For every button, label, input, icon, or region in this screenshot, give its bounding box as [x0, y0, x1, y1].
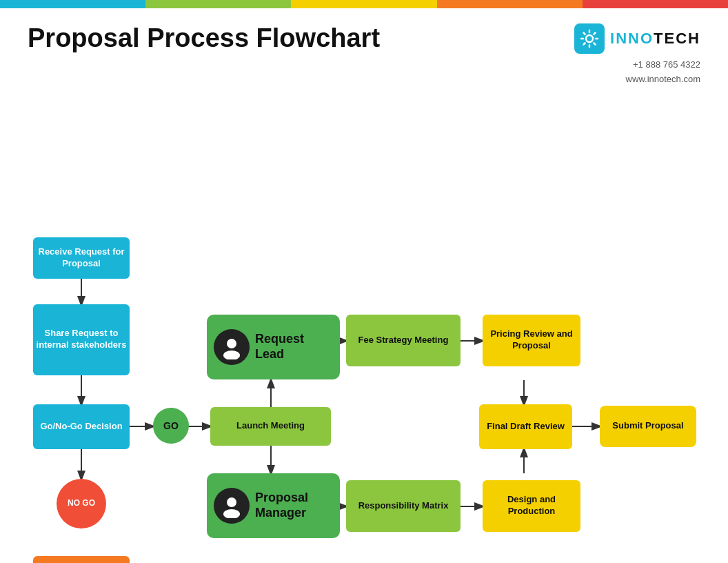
request-lead-box: Request Lead	[207, 315, 340, 379]
final-draft-box: Final Draft Review	[479, 404, 572, 449]
bar-yellow	[291, 0, 436, 8]
page-title: Proposal Process Flowchart	[28, 23, 380, 53]
bar-orange	[437, 0, 583, 8]
pricing-review-box: Pricing Review and Proposal	[483, 315, 580, 366]
top-bar	[0, 0, 728, 8]
client-informed-box: Client informed of decision to leave req…	[33, 556, 130, 563]
svg-point-20	[223, 509, 240, 518]
logo-icon	[574, 23, 605, 54]
request-lead-icon	[214, 329, 250, 365]
logo-area: INNOTECH +1 888 765 4322 www.innotech.co…	[574, 23, 700, 87]
fee-strategy-box: Fee Strategy Meeting	[346, 315, 461, 366]
bar-cyan	[0, 0, 145, 8]
request-lead-label: Request Lead	[255, 332, 333, 362]
logo-row: INNOTECH	[574, 23, 700, 54]
nogo-circle: NO GO	[57, 479, 106, 529]
phone: +1 888 765 4322	[626, 58, 700, 72]
proposal-manager-icon	[214, 488, 250, 524]
svg-point-0	[586, 35, 593, 42]
receive-request-box: Receive Request for Proposal	[33, 237, 130, 279]
flowchart: Receive Request for Proposal Share Reque…	[0, 94, 728, 529]
logo-text: INNOTECH	[610, 30, 700, 48]
go-circle: GO	[153, 408, 189, 444]
header: Proposal Process Flowchart INNOTECH +1 8…	[0, 8, 728, 94]
proposal-manager-box: Proposal Manager	[207, 473, 340, 538]
svg-point-18	[223, 350, 240, 359]
contact-info: +1 888 765 4322 www.innotech.com	[626, 58, 700, 87]
share-request-box: Share Request to internal stakeholders	[33, 304, 130, 375]
svg-point-19	[227, 497, 236, 507]
responsibility-matrix-box: Responsibility Matrix	[346, 480, 461, 532]
bar-red	[583, 0, 728, 8]
submit-proposal-box: Submit Proposal	[600, 406, 696, 447]
proposal-manager-label: Proposal Manager	[255, 491, 333, 520]
launch-meeting-box: Launch Meeting	[210, 407, 331, 446]
design-production-box: Design and Production	[483, 480, 580, 532]
website: www.innotech.com	[626, 72, 700, 87]
bar-green	[145, 0, 291, 8]
gear-icon	[580, 29, 599, 48]
svg-point-17	[227, 339, 236, 348]
go-nogo-box: Go/No-Go Decision	[33, 404, 130, 449]
